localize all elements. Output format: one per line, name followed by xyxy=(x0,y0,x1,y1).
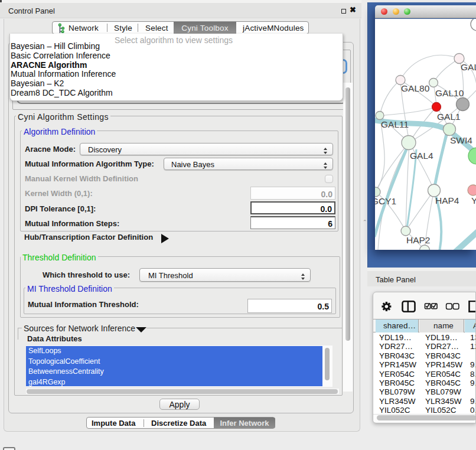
svg-text:GAL1: GAL1 xyxy=(437,112,461,122)
svg-text:HAP2: HAP2 xyxy=(406,235,431,245)
svg-text:GCY1: GCY1 xyxy=(375,196,396,206)
svg-text:GAL11: GAL11 xyxy=(381,119,409,129)
svg-text:GAL4: GAL4 xyxy=(410,151,433,161)
svg-text:GAL10: GAL10 xyxy=(435,88,464,98)
svg-text:Y: Y xyxy=(471,195,476,206)
svg-text:GAL80: GAL80 xyxy=(401,83,430,93)
svg-text:GAL8: GAL8 xyxy=(461,62,476,72)
svg-text:HAP4: HAP4 xyxy=(435,195,459,206)
svg-text:SWI4: SWI4 xyxy=(450,135,472,145)
